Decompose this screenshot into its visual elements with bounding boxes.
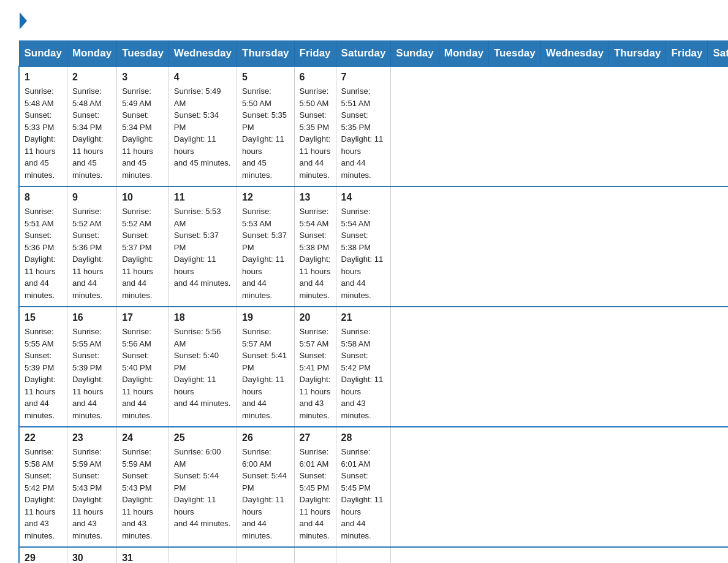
day-info: Sunrise: 5:59 AM Sunset: 5:43 PM Dayligh…	[122, 446, 164, 542]
calendar-cell: 2 Sunrise: 5:48 AM Sunset: 5:34 PM Dayli…	[67, 66, 116, 186]
day-info: Sunrise: 5:55 AM Sunset: 5:39 PM Dayligh…	[72, 326, 112, 421]
col-header-wednesday: Wednesday	[540, 41, 609, 67]
calendar-cell: 4 Sunrise: 5:49 AM Sunset: 5:34 PM Dayli…	[169, 66, 237, 186]
day-info: Sunrise: 6:00 AM Sunset: 5:44 PM Dayligh…	[242, 446, 289, 542]
calendar-cell: 9 Sunrise: 5:52 AM Sunset: 5:36 PM Dayli…	[67, 186, 116, 307]
day-number: 28	[341, 432, 386, 443]
calendar-cell: 28 Sunrise: 6:01 AM Sunset: 5:45 PM Dayl…	[336, 427, 391, 547]
col-header-tuesday: Tuesday	[488, 41, 540, 67]
day-number: 15	[25, 312, 62, 323]
calendar-week-row: 22 Sunrise: 5:58 AM Sunset: 5:42 PM Dayl…	[19, 427, 728, 547]
day-info: Sunrise: 5:54 AM Sunset: 5:38 PM Dayligh…	[341, 205, 386, 301]
logo	[18, 12, 27, 28]
day-number: 31	[122, 553, 164, 563]
calendar-week-row: 15 Sunrise: 5:55 AM Sunset: 5:39 PM Dayl…	[19, 307, 728, 427]
header-thursday: Thursday	[237, 41, 295, 67]
day-number: 14	[341, 192, 386, 203]
calendar-cell: 24 Sunrise: 5:59 AM Sunset: 5:43 PM Dayl…	[117, 427, 169, 547]
day-info: Sunrise: 5:52 AM Sunset: 5:36 PM Dayligh…	[72, 205, 112, 301]
col-header-sunday: Sunday	[391, 41, 439, 67]
calendar-cell: 27 Sunrise: 6:01 AM Sunset: 5:45 PM Dayl…	[294, 427, 336, 547]
calendar-cell: 21 Sunrise: 5:58 AM Sunset: 5:42 PM Dayl…	[336, 307, 391, 427]
day-info: Sunrise: 5:54 AM Sunset: 5:38 PM Dayligh…	[300, 205, 331, 301]
day-info: Sunrise: 5:53 AM Sunset: 5:37 PM Dayligh…	[174, 205, 232, 289]
header-sunday: Sunday	[19, 41, 67, 67]
calendar-cell: 29 Sunrise: 6:01 AM Sunset: 5:46 PM Dayl…	[19, 547, 67, 563]
day-info: Sunrise: 5:51 AM Sunset: 5:35 PM Dayligh…	[341, 85, 386, 181]
calendar-cell: 17 Sunrise: 5:56 AM Sunset: 5:40 PM Dayl…	[117, 307, 169, 427]
col-header-thursday: Thursday	[609, 41, 666, 67]
calendar-cell	[336, 547, 391, 563]
calendar-cell: 5 Sunrise: 5:50 AM Sunset: 5:35 PM Dayli…	[237, 66, 295, 186]
day-number: 5	[242, 72, 289, 83]
day-number: 16	[72, 312, 112, 323]
day-info: Sunrise: 5:57 AM Sunset: 5:41 PM Dayligh…	[242, 326, 289, 421]
day-number: 13	[300, 192, 331, 203]
day-number: 23	[72, 432, 112, 443]
day-info: Sunrise: 5:59 AM Sunset: 5:43 PM Dayligh…	[72, 446, 112, 542]
header-wednesday: Wednesday	[169, 41, 237, 67]
calendar-cell	[294, 547, 336, 563]
day-number: 26	[242, 432, 289, 443]
day-number: 24	[122, 432, 164, 443]
day-number: 12	[242, 192, 289, 203]
day-number: 18	[174, 312, 232, 323]
calendar-cell: 31 Sunrise: 6:02 AM Sunset: 5:47 PM Dayl…	[117, 547, 169, 563]
day-info: Sunrise: 5:51 AM Sunset: 5:36 PM Dayligh…	[25, 205, 62, 301]
day-info: Sunrise: 5:58 AM Sunset: 5:42 PM Dayligh…	[25, 446, 62, 542]
calendar-cell: 1 Sunrise: 5:48 AM Sunset: 5:33 PM Dayli…	[19, 66, 67, 186]
day-info: Sunrise: 5:56 AM Sunset: 5:40 PM Dayligh…	[174, 326, 232, 410]
day-info: Sunrise: 5:52 AM Sunset: 5:37 PM Dayligh…	[122, 205, 164, 301]
day-info: Sunrise: 5:48 AM Sunset: 5:34 PM Dayligh…	[72, 85, 112, 181]
day-number: 22	[25, 432, 62, 443]
calendar-cell: 16 Sunrise: 5:55 AM Sunset: 5:39 PM Dayl…	[67, 307, 116, 427]
page-header	[18, 12, 710, 28]
calendar-cell: 20 Sunrise: 5:57 AM Sunset: 5:41 PM Dayl…	[294, 307, 336, 427]
calendar-week-row: 29 Sunrise: 6:01 AM Sunset: 5:46 PM Dayl…	[19, 547, 728, 563]
calendar-cell: 8 Sunrise: 5:51 AM Sunset: 5:36 PM Dayli…	[19, 186, 67, 307]
day-number: 4	[174, 72, 232, 83]
calendar-cell: 11 Sunrise: 5:53 AM Sunset: 5:37 PM Dayl…	[169, 186, 237, 307]
calendar-week-row: 1 Sunrise: 5:48 AM Sunset: 5:33 PM Dayli…	[19, 66, 728, 186]
calendar-cell: 10 Sunrise: 5:52 AM Sunset: 5:37 PM Dayl…	[117, 186, 169, 307]
calendar-cell: 30 Sunrise: 6:02 AM Sunset: 5:46 PM Dayl…	[67, 547, 116, 563]
day-number: 6	[300, 72, 331, 83]
calendar-cell: 23 Sunrise: 5:59 AM Sunset: 5:43 PM Dayl…	[67, 427, 116, 547]
day-info: Sunrise: 6:01 AM Sunset: 5:45 PM Dayligh…	[300, 446, 331, 542]
day-info: Sunrise: 5:50 AM Sunset: 5:35 PM Dayligh…	[300, 85, 331, 181]
day-info: Sunrise: 5:57 AM Sunset: 5:41 PM Dayligh…	[300, 326, 331, 421]
calendar-cell: 13 Sunrise: 5:54 AM Sunset: 5:38 PM Dayl…	[294, 186, 336, 307]
day-number: 1	[25, 72, 62, 83]
day-number: 20	[300, 312, 331, 323]
col-header-friday: Friday	[666, 41, 708, 67]
calendar-cell: 12 Sunrise: 5:53 AM Sunset: 5:37 PM Dayl…	[237, 186, 295, 307]
day-number: 2	[72, 72, 112, 83]
logo-triangle-icon	[20, 12, 27, 29]
day-number: 29	[25, 553, 62, 563]
day-info: Sunrise: 5:55 AM Sunset: 5:39 PM Dayligh…	[25, 326, 62, 421]
calendar-cell: 6 Sunrise: 5:50 AM Sunset: 5:35 PM Dayli…	[294, 66, 336, 186]
header-saturday: Saturday	[336, 41, 391, 67]
day-number: 25	[174, 432, 232, 443]
col-header-monday: Monday	[439, 41, 488, 67]
day-number: 9	[72, 192, 112, 203]
day-number: 30	[72, 553, 112, 563]
day-info: Sunrise: 5:49 AM Sunset: 5:34 PM Dayligh…	[174, 85, 232, 169]
day-info: Sunrise: 6:00 AM Sunset: 5:44 PM Dayligh…	[174, 446, 232, 530]
calendar-cell: 25 Sunrise: 6:00 AM Sunset: 5:44 PM Dayl…	[169, 427, 237, 547]
calendar-header-row: SundayMondayTuesdayWednesdayThursdayFrid…	[19, 41, 728, 67]
calendar-cell: 18 Sunrise: 5:56 AM Sunset: 5:40 PM Dayl…	[169, 307, 237, 427]
header-monday: Monday	[67, 41, 116, 67]
day-number: 19	[242, 312, 289, 323]
calendar-table: SundayMondayTuesdayWednesdayThursdayFrid…	[18, 40, 728, 563]
day-number: 3	[122, 72, 164, 83]
day-number: 11	[174, 192, 232, 203]
col-header-saturday: Saturday	[708, 41, 728, 67]
calendar-cell: 22 Sunrise: 5:58 AM Sunset: 5:42 PM Dayl…	[19, 427, 67, 547]
day-number: 7	[341, 72, 386, 83]
day-info: Sunrise: 5:53 AM Sunset: 5:37 PM Dayligh…	[242, 205, 289, 301]
calendar-cell: 7 Sunrise: 5:51 AM Sunset: 5:35 PM Dayli…	[336, 66, 391, 186]
day-info: Sunrise: 5:49 AM Sunset: 5:34 PM Dayligh…	[122, 85, 164, 181]
day-info: Sunrise: 6:01 AM Sunset: 5:45 PM Dayligh…	[341, 446, 386, 542]
day-info: Sunrise: 5:50 AM Sunset: 5:35 PM Dayligh…	[242, 85, 289, 181]
